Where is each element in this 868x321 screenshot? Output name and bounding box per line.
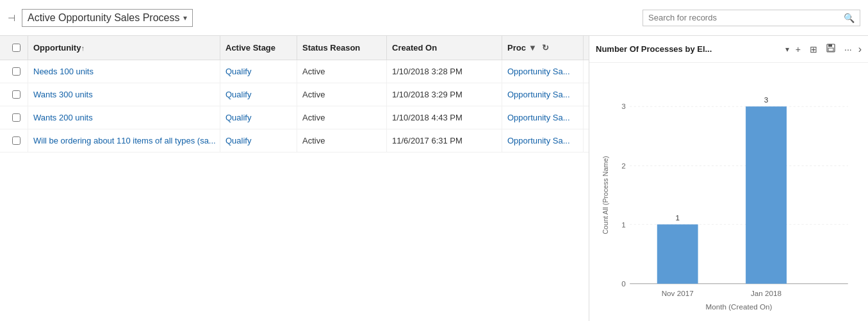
checkbox-row-1[interactable]: [12, 67, 20, 76]
cell-active-stage-4: Qualify: [220, 129, 297, 152]
filter-icon[interactable]: ▼: [528, 43, 537, 53]
checkbox-row-3[interactable]: [12, 113, 20, 122]
bar-label-jan-2018: 3: [764, 95, 769, 104]
link-opportunity-1[interactable]: Needs 100 units: [33, 67, 94, 76]
sort-icon-opportunity: ↑: [81, 44, 85, 52]
col-header-active-stage[interactable]: Active Stage: [220, 36, 297, 60]
link-stage-2[interactable]: Qualify: [225, 90, 251, 99]
search-input[interactable]: [648, 13, 841, 22]
table-row: Will be ordering about 110 items of all …: [0, 129, 589, 152]
cell-active-stage-2: Qualify: [220, 83, 297, 106]
table-row: Wants 200 units Qualify Active 1/10/2018…: [0, 106, 589, 129]
chart-title: Number Of Processes by El...: [596, 44, 782, 54]
chart-body: Count All (Process Name) 0 1 2 3: [589, 63, 868, 321]
cell-process-4: Opportunity Sa...: [502, 129, 584, 152]
x-tick-nov-2017: Nov 2017: [662, 289, 694, 297]
cell-status-reason-2: Active: [297, 83, 387, 106]
refresh-icon[interactable]: ↻: [542, 43, 549, 53]
cell-process-1: Opportunity Sa...: [502, 60, 584, 83]
cell-active-stage-3: Qualify: [220, 106, 297, 129]
cell-status-reason-4: Active: [297, 129, 387, 152]
grid-header: Opportunity ↑ Active Stage Status Reason…: [0, 36, 589, 60]
title-dropdown[interactable]: Active Opportunity Sales Process ▾: [22, 9, 193, 27]
chart-expand-button[interactable]: ›: [858, 44, 862, 55]
col-header-process[interactable]: Proc ▼ ↻: [502, 36, 584, 60]
cell-opportunity-1: Needs 100 units: [28, 60, 220, 83]
main-content: Opportunity ↑ Active Stage Status Reason…: [0, 36, 868, 321]
row-checkbox-2[interactable]: [5, 83, 28, 106]
svg-rect-1: [828, 44, 832, 47]
table-row: Needs 100 units Qualify Active 1/10/2018…: [0, 60, 589, 83]
checkbox-row-2[interactable]: [12, 90, 20, 99]
link-stage-3[interactable]: Qualify: [225, 113, 251, 122]
y-tick-2: 2: [621, 161, 626, 170]
chart-dropdown-arrow[interactable]: ▾: [785, 45, 789, 54]
cell-created-on-3: 1/10/2018 4:43 PM: [387, 106, 502, 129]
search-icon[interactable]: 🔍: [844, 13, 855, 23]
col-created-on-label: Created On: [392, 43, 437, 53]
row-checkbox-1[interactable]: [5, 60, 28, 83]
cell-created-on-4: 11/6/2017 6:31 PM: [387, 129, 502, 152]
cell-process-2: Opportunity Sa...: [502, 83, 584, 106]
y-axis-label: Count All (Process Name): [602, 156, 609, 234]
chart-panel: Number Of Processes by El... ▾ + ⊞ ··· ›: [589, 36, 868, 321]
title-dropdown-arrow: ▾: [183, 13, 187, 22]
svg-rect-2: [828, 48, 833, 51]
row-checkbox-3[interactable]: [5, 106, 28, 129]
link-process-2[interactable]: Opportunity Sa...: [507, 90, 570, 99]
cell-active-stage-1: Qualify: [220, 60, 297, 83]
link-stage-1[interactable]: Qualify: [225, 67, 251, 76]
cell-status-reason-3: Active: [297, 106, 387, 129]
table-row: Wants 300 units Qualify Active 1/10/2018…: [0, 83, 589, 106]
link-process-4[interactable]: Opportunity Sa...: [507, 136, 570, 145]
grid-panel: Opportunity ↑ Active Stage Status Reason…: [0, 36, 589, 321]
col-active-stage-label: Active Stage: [225, 43, 275, 53]
col-opportunity-label: Opportunity: [33, 43, 81, 53]
chart-more-button[interactable]: ···: [842, 43, 855, 56]
cell-status-reason-1: Active: [297, 60, 387, 83]
chart-save-button[interactable]: [824, 42, 838, 56]
col-header-created-on[interactable]: Created On: [387, 36, 502, 60]
page-title: Active Opportunity Sales Process: [28, 12, 179, 24]
x-axis-label: Month (Created On): [705, 302, 772, 311]
col-process-label: Proc: [507, 43, 526, 53]
search-bar: 🔍: [643, 10, 860, 26]
chart-header: Number Of Processes by El... ▾ + ⊞ ··· ›: [589, 36, 868, 63]
col-status-reason-label: Status Reason: [302, 43, 360, 53]
grid-body: Needs 100 units Qualify Active 1/10/2018…: [0, 60, 589, 321]
link-opportunity-4[interactable]: Will be ordering about 110 items of all …: [33, 136, 216, 145]
bar-jan-2018[interactable]: [746, 106, 787, 284]
chart-toolbar: + ⊞ ···: [793, 42, 855, 56]
header-bar: ⊣ Active Opportunity Sales Process ▾ 🔍: [0, 0, 868, 36]
link-opportunity-2[interactable]: Wants 300 units: [33, 90, 93, 99]
bar-nov-2017[interactable]: [657, 224, 698, 284]
cell-opportunity-2: Wants 300 units: [28, 83, 220, 106]
chart-add-button[interactable]: +: [793, 43, 803, 56]
cell-opportunity-4: Will be ordering about 110 items of all …: [28, 129, 220, 152]
cell-created-on-2: 1/10/2018 3:29 PM: [387, 83, 502, 106]
y-tick-0: 0: [621, 279, 626, 288]
link-opportunity-3[interactable]: Wants 200 units: [33, 113, 93, 122]
col-header-opportunity[interactable]: Opportunity ↑: [28, 36, 220, 60]
col-header-status-reason[interactable]: Status Reason: [297, 36, 387, 60]
chart-layout-button[interactable]: ⊞: [807, 43, 820, 56]
bar-chart: Count All (Process Name) 0 1 2 3: [596, 69, 862, 321]
link-process-3[interactable]: Opportunity Sa...: [507, 113, 570, 122]
checkbox-row-4[interactable]: [12, 136, 20, 145]
checkbox-all[interactable]: [12, 44, 20, 52]
x-tick-jan-2018: Jan 2018: [751, 289, 782, 297]
pin-icon: ⊣: [8, 13, 15, 23]
link-process-1[interactable]: Opportunity Sa...: [507, 67, 570, 76]
chart-svg-container: Count All (Process Name) 0 1 2 3: [596, 69, 862, 321]
link-stage-4[interactable]: Qualify: [225, 136, 251, 145]
y-tick-1: 1: [621, 220, 626, 229]
select-all-checkbox[interactable]: [5, 36, 28, 60]
y-tick-3: 3: [621, 102, 626, 110]
bar-label-nov-2017: 1: [675, 213, 680, 222]
row-checkbox-4[interactable]: [5, 129, 28, 152]
cell-opportunity-3: Wants 200 units: [28, 106, 220, 129]
cell-process-3: Opportunity Sa...: [502, 106, 584, 129]
cell-created-on-1: 1/10/2018 3:28 PM: [387, 60, 502, 83]
